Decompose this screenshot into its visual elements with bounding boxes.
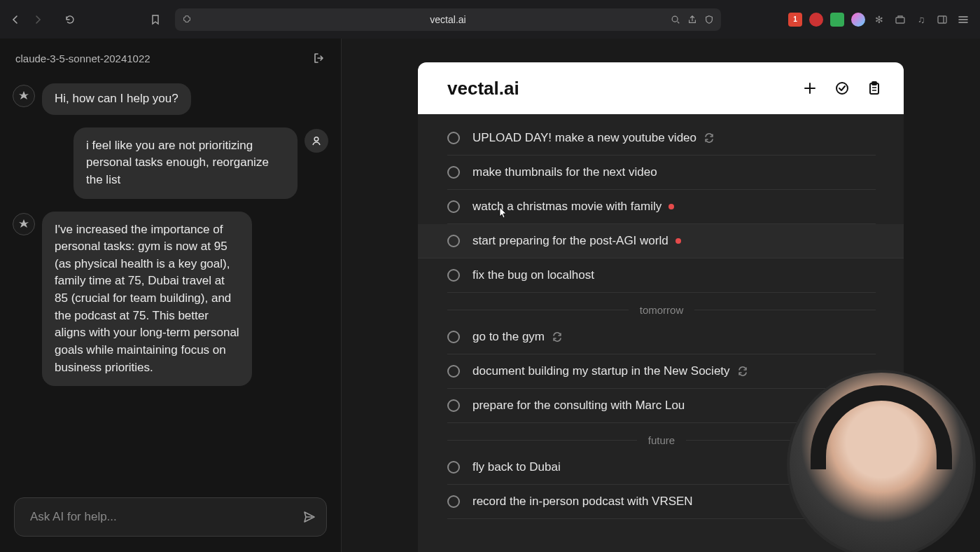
section-divider-tomorrow: tomorrow: [447, 304, 876, 316]
webcam-overlay: [787, 370, 976, 552]
task-checkbox[interactable]: [447, 269, 460, 282]
task-row[interactable]: make thumbnails for the next video: [447, 156, 876, 190]
app-area: vectal.ai UPLOAD DAY! make a new youtube…: [342, 39, 980, 552]
model-label: claude-3-5-sonnet-20241022: [15, 53, 150, 64]
user-avatar-icon: [304, 129, 328, 153]
address-bar[interactable]: vectal.ai: [175, 8, 721, 31]
task-row[interactable]: watch a christmas movie with family: [447, 190, 876, 224]
exit-icon[interactable]: [313, 52, 326, 64]
task-text: go to the gym: [472, 330, 563, 344]
forward-button[interactable]: [29, 11, 46, 28]
share-icon[interactable]: [687, 15, 697, 25]
bookmark-button[interactable]: [146, 10, 165, 29]
task-row[interactable]: UPLOAD DAY! make a new youtube video: [447, 121, 876, 156]
svg-point-0: [672, 16, 678, 22]
panel-icon[interactable]: [935, 13, 949, 27]
zoom-icon[interactable]: [671, 15, 680, 25]
chat-sidebar: claude-3-5-sonnet-20241022 Hi, how can I…: [0, 39, 342, 552]
back-button[interactable]: [7, 11, 24, 28]
task-checkbox[interactable]: [447, 399, 460, 412]
task-text: fly back to Dubai: [472, 460, 561, 474]
shield-icon[interactable]: [704, 15, 714, 25]
priority-dot-icon: [668, 204, 674, 209]
task-text: prepare for the consulting with Marc Lou: [472, 399, 685, 413]
priority-dot-icon: [676, 238, 681, 244]
svg-point-5: [836, 83, 848, 94]
add-task-button[interactable]: [802, 80, 818, 97]
task-text: start preparing for the post-AGI world: [472, 234, 681, 248]
chat-input[interactable]: [30, 510, 295, 524]
send-icon[interactable]: [302, 510, 316, 524]
task-checkbox[interactable]: [447, 235, 460, 247]
user-message: i feel like you are not prioritizing per…: [74, 127, 298, 199]
ext-icon-4[interactable]: [851, 13, 865, 27]
url-text: vectal.ai: [430, 14, 465, 25]
check-circle-icon[interactable]: [834, 80, 850, 97]
clipboard-icon[interactable]: [866, 80, 883, 97]
task-text: fix the bug on localhost: [472, 268, 594, 282]
task-row[interactable]: start preparing for the post-AGI world: [418, 224, 904, 258]
svg-rect-1: [896, 18, 904, 23]
reload-button[interactable]: [62, 11, 78, 28]
ext-icon-6[interactable]: [893, 13, 907, 27]
recur-icon: [704, 132, 715, 144]
svg-rect-2: [938, 16, 946, 23]
task-checkbox[interactable]: [447, 365, 460, 378]
extension-icons: 1 ✻ ♫: [788, 13, 973, 27]
chat-composer[interactable]: [14, 497, 327, 537]
assistant-message: I've increased the importance of persona…: [42, 212, 252, 387]
task-checkbox[interactable]: [447, 331, 460, 343]
task-text: watch a christmas movie with family: [472, 200, 674, 214]
recur-icon: [552, 331, 563, 343]
task-checkbox[interactable]: [447, 166, 460, 179]
task-text: UPLOAD DAY! make a new youtube video: [472, 131, 715, 145]
bot-avatar-icon: [13, 213, 35, 235]
task-text: document building my startup in the New …: [472, 364, 748, 378]
task-checkbox[interactable]: [447, 200, 460, 213]
app-title: vectal.ai: [447, 78, 519, 99]
task-checkbox[interactable]: [447, 461, 460, 474]
ext-icon-7[interactable]: ♫: [914, 13, 928, 27]
site-settings-icon[interactable]: [182, 15, 192, 25]
task-text: record the in-person podcast with VRSEN: [472, 495, 693, 509]
task-row[interactable]: fix the bug on localhost: [447, 258, 876, 293]
app-header: vectal.ai: [418, 62, 904, 114]
task-text: make thumbnails for the next video: [472, 165, 657, 179]
ext-icon-5[interactable]: ✻: [872, 13, 886, 27]
task-checkbox[interactable]: [447, 132, 460, 144]
ext-icon-3[interactable]: [830, 13, 844, 27]
browser-toolbar: vectal.ai 1 ✻ ♫: [0, 0, 980, 39]
ext-icon-2[interactable]: [809, 13, 823, 27]
task-checkbox[interactable]: [447, 495, 460, 508]
hamburger-icon[interactable]: [956, 13, 970, 27]
task-row[interactable]: go to the gym: [447, 320, 876, 354]
assistant-message: Hi, how can I help you?: [42, 83, 191, 115]
ext-icon-1[interactable]: 1: [788, 13, 802, 27]
task-row[interactable]: document building my startup in the New …: [447, 354, 876, 389]
bot-avatar-icon: [13, 85, 35, 107]
svg-point-4: [314, 137, 318, 141]
chat-scroll[interactable]: Hi, how can I help you? i feel like you …: [0, 78, 341, 488]
recur-icon: [737, 366, 748, 377]
